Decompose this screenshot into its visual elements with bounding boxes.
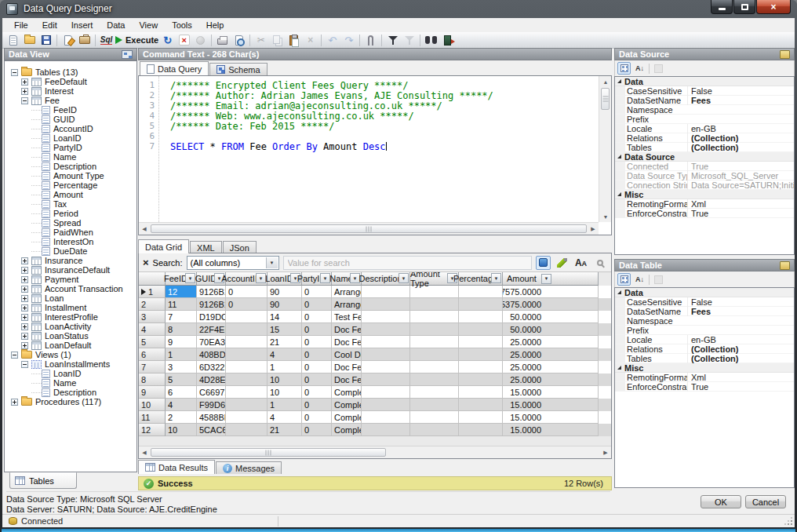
- property-prefix[interactable]: Prefix: [615, 115, 794, 124]
- cell[interactable]: [410, 348, 459, 361]
- cell[interactable]: [410, 361, 459, 373]
- cell[interactable]: 21: [267, 336, 302, 348]
- tree-item-feedefault[interactable]: FeeDefault: [11, 77, 136, 86]
- cell[interactable]: 5CAC6D...: [197, 424, 226, 436]
- property-datasetname[interactable]: DataSetNameFees: [615, 96, 794, 105]
- cell[interactable]: [410, 311, 459, 323]
- cell[interactable]: 0: [302, 298, 332, 311]
- cell[interactable]: [410, 386, 459, 399]
- match-case-button[interactable]: A: [573, 256, 588, 270]
- cell[interactable]: Completi...: [332, 424, 362, 436]
- expand-toggle[interactable]: [21, 78, 28, 86]
- cell[interactable]: [362, 336, 410, 348]
- tree-item-insurance[interactable]: Insurance: [11, 256, 136, 265]
- category-data[interactable]: Data: [615, 77, 794, 86]
- cell[interactable]: 5375.0000: [503, 298, 599, 311]
- cell[interactable]: [226, 348, 267, 361]
- cell[interactable]: Arrange...: [332, 298, 362, 311]
- tree-item-insurancedefault[interactable]: InsuranceDefault: [11, 265, 136, 275]
- alphabetical-button[interactable]: A↓: [633, 273, 646, 286]
- cell[interactable]: [459, 373, 503, 386]
- tree-item-feeid[interactable]: FeeID: [11, 105, 136, 115]
- cell[interactable]: 7: [166, 311, 197, 323]
- tree-item-tax[interactable]: Tax: [11, 199, 136, 209]
- expand-toggle[interactable]: [21, 323, 28, 330]
- cell[interactable]: [459, 336, 503, 348]
- row-header[interactable]: 2: [139, 298, 166, 311]
- cell[interactable]: [362, 386, 410, 399]
- column-header-description[interactable]: Description▼: [362, 272, 410, 286]
- cell[interactable]: [459, 424, 503, 436]
- editor-horizontal-scrollbar[interactable]: ◀ ▶: [139, 222, 599, 235]
- menu-item-edit[interactable]: Edit: [35, 19, 64, 31]
- expand-toggle[interactable]: [21, 276, 28, 283]
- category-data-source[interactable]: Data Source: [615, 152, 794, 162]
- resize-grip[interactable]: [784, 517, 792, 525]
- cell[interactable]: [362, 311, 410, 323]
- cell[interactable]: 15: [267, 323, 302, 336]
- property-datasetname[interactable]: DataSetNameFees: [615, 307, 794, 316]
- cell[interactable]: [459, 323, 503, 336]
- cell[interactable]: 50.0000: [503, 311, 599, 323]
- filter-dropdown-icon[interactable]: ▼: [541, 274, 551, 284]
- print-preview-button[interactable]: [231, 33, 247, 48]
- cell[interactable]: F99D60...: [197, 399, 226, 411]
- property-locale[interactable]: Localeen-GB: [615, 124, 794, 133]
- expand-toggle[interactable]: [21, 257, 28, 264]
- row-header[interactable]: 3: [139, 311, 166, 323]
- row-header[interactable]: 4: [139, 323, 166, 336]
- expand-toggle[interactable]: [21, 333, 28, 340]
- tree-item-accountid[interactable]: AccountID: [11, 124, 136, 133]
- cell[interactable]: 12: [166, 286, 197, 298]
- column-header-partyid[interactable]: PartyID▼: [302, 272, 332, 286]
- cell[interactable]: 0: [302, 411, 332, 424]
- search-input[interactable]: [283, 256, 532, 270]
- cell[interactable]: [226, 336, 267, 348]
- cell[interactable]: Completi...: [332, 399, 362, 411]
- editor-vscroll-thumb[interactable]: [601, 88, 610, 110]
- scroll-right-icon[interactable]: ▶: [600, 447, 611, 458]
- menu-item-help[interactable]: Help: [199, 19, 231, 31]
- cell[interactable]: 14: [267, 311, 302, 323]
- cell[interactable]: 9126B1...: [197, 286, 226, 298]
- cell[interactable]: 2: [166, 411, 197, 424]
- connection-manager-button[interactable]: [76, 33, 93, 48]
- cell[interactable]: 0: [226, 298, 267, 311]
- cell[interactable]: 0: [302, 386, 332, 399]
- scroll-down-icon[interactable]: ▼: [600, 211, 611, 222]
- tree-item-description[interactable]: Description: [11, 162, 136, 171]
- cell[interactable]: [459, 348, 503, 361]
- tree-item-procedures-117[interactable]: Procedures (117): [11, 397, 136, 406]
- cell[interactable]: 50.0000: [503, 323, 599, 336]
- cell[interactable]: [362, 424, 410, 436]
- sql-editor[interactable]: 1234567 /****** Encrypted Client Fees Qu…: [138, 75, 612, 235]
- cell[interactable]: Arrange...: [332, 286, 362, 298]
- tree-item-loanactivity[interactable]: LoanActivity: [11, 322, 136, 331]
- cell[interactable]: 90: [267, 286, 302, 298]
- cell[interactable]: [459, 298, 503, 311]
- cell[interactable]: 10: [267, 373, 302, 386]
- grid-hscroll-thumb[interactable]: [151, 448, 386, 457]
- cell[interactable]: 21: [267, 424, 302, 436]
- cell[interactable]: [362, 399, 410, 411]
- cell[interactable]: 9126B1...: [197, 298, 226, 311]
- cell[interactable]: [410, 424, 459, 436]
- tab-data-query[interactable]: Data Query: [140, 61, 209, 75]
- cell[interactable]: [226, 311, 267, 323]
- property-casesensitive[interactable]: CaseSensitiveFalse: [615, 86, 794, 96]
- code-line[interactable]: /****** Email: adrian@ajeconsulting.co.u…: [170, 100, 599, 111]
- menu-item-insert[interactable]: Insert: [64, 19, 100, 31]
- execute-button[interactable]: Execute: [115, 33, 159, 48]
- cell[interactable]: 4D28E0...: [197, 373, 226, 386]
- cell[interactable]: 6D322E...: [197, 361, 226, 373]
- tree-item-partyid[interactable]: PartyID: [11, 143, 136, 152]
- expand-toggle[interactable]: [21, 304, 28, 312]
- tab-data-grid[interactable]: Data Grid: [138, 239, 189, 253]
- property-enforceconstraints[interactable]: EnforceConstraintsTrue: [615, 209, 794, 218]
- cell[interactable]: 6: [166, 386, 197, 399]
- cell[interactable]: 10: [267, 386, 302, 399]
- categorized-button[interactable]: [617, 273, 631, 286]
- property-tables[interactable]: Tables(Collection): [615, 354, 794, 363]
- cell[interactable]: [459, 311, 503, 323]
- cell[interactable]: 9: [166, 336, 197, 348]
